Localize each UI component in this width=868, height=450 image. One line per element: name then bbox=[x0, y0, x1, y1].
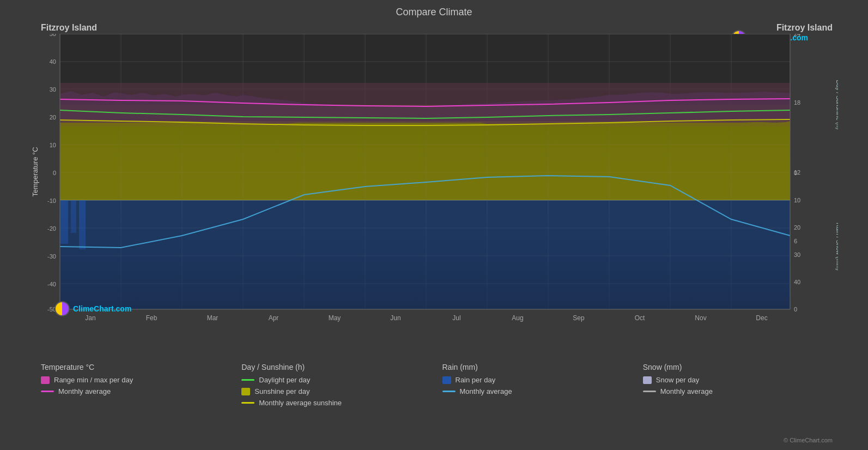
legend-label-sunshine-avg: Monthly average sunshine bbox=[259, 399, 342, 407]
legend-column-temperature: Temperature °C Range min / max per day M… bbox=[33, 357, 233, 445]
svg-text:20: 20 bbox=[794, 224, 800, 231]
svg-text:6: 6 bbox=[794, 238, 797, 244]
svg-text:Dec: Dec bbox=[756, 314, 767, 322]
legend-label-snow-day: Snow per day bbox=[656, 376, 700, 384]
svg-text:18: 18 bbox=[794, 99, 800, 106]
svg-text:50: 50 bbox=[50, 34, 56, 37]
legend-label-temp-avg: Monthly average bbox=[58, 387, 111, 395]
legend-swatch-snow-avg bbox=[643, 391, 656, 392]
svg-text:0: 0 bbox=[794, 170, 797, 176]
svg-text:Apr: Apr bbox=[269, 314, 279, 322]
legend-swatch-sunshine-avg bbox=[241, 402, 254, 404]
legend-title-sunshine: Day / Sunshine (h) bbox=[241, 363, 426, 371]
legend-swatch-temp-avg bbox=[41, 391, 54, 392]
svg-rect-32 bbox=[60, 200, 790, 309]
svg-text:-30: -30 bbox=[47, 253, 56, 260]
legend-swatch-sunshine bbox=[241, 388, 250, 395]
svg-text:Temperature °C: Temperature °C bbox=[31, 147, 39, 196]
legend-swatch-daylight bbox=[241, 379, 254, 381]
climechart-logo-bottom: ClimeChart.com bbox=[54, 301, 131, 316]
legend-item-sunshine: Sunshine per day bbox=[241, 387, 426, 395]
svg-text:30: 30 bbox=[794, 251, 800, 258]
svg-text:Rain / Snow (mm): Rain / Snow (mm) bbox=[835, 223, 838, 271]
svg-text:-20: -20 bbox=[47, 225, 56, 232]
svg-rect-33 bbox=[60, 121, 790, 200]
legend-item-snow-avg: Monthly average bbox=[643, 387, 827, 395]
svg-text:Oct: Oct bbox=[635, 314, 645, 322]
legend-swatch-snow-day bbox=[643, 376, 652, 384]
legend-item-sunshine-avg: Monthly average sunshine bbox=[241, 399, 426, 407]
svg-text:Sep: Sep bbox=[573, 314, 585, 322]
svg-text:Mar: Mar bbox=[207, 314, 218, 322]
logo-text-bottom: ClimeChart.com bbox=[73, 304, 131, 313]
svg-text:-40: -40 bbox=[47, 281, 56, 287]
legend-column-snow: Snow (mm) Snow per day Monthly average bbox=[635, 357, 835, 445]
legend-label-rain-day: Rain per day bbox=[456, 376, 496, 384]
svg-text:Day / Sunshine (h): Day / Sunshine (h) bbox=[835, 80, 838, 129]
main-chart: 50 40 30 20 10 0 -10 -20 -30 -40 -50 24 … bbox=[30, 34, 838, 339]
legend-label-sunshine: Sunshine per day bbox=[254, 387, 309, 395]
svg-text:20: 20 bbox=[50, 114, 56, 121]
svg-text:Nov: Nov bbox=[695, 314, 706, 322]
logo-icon-bottom bbox=[54, 301, 70, 316]
svg-text:40: 40 bbox=[794, 279, 800, 285]
legend-item-rain-day: Rain per day bbox=[442, 376, 627, 384]
legend-swatch-rain-avg bbox=[442, 391, 456, 392]
svg-text:0: 0 bbox=[794, 306, 797, 313]
legend-title-snow: Snow (mm) bbox=[643, 363, 827, 371]
legend-column-sunshine: Day / Sunshine (h) Daylight per day Suns… bbox=[233, 357, 434, 445]
legend-label-rain-avg: Monthly average bbox=[460, 387, 512, 395]
svg-text:-10: -10 bbox=[47, 197, 56, 204]
svg-text:May: May bbox=[329, 314, 341, 322]
legend-item-temp-range: Range min / max per day bbox=[41, 376, 225, 384]
legend-label-temp-range: Range min / max per day bbox=[54, 376, 133, 384]
legend-label-daylight: Daylight per day bbox=[259, 376, 310, 384]
svg-text:0: 0 bbox=[53, 170, 56, 176]
page-title: Compare Climate bbox=[0, 0, 868, 18]
svg-text:10: 10 bbox=[50, 142, 56, 148]
copyright: © ClimeChart.com bbox=[784, 437, 833, 443]
svg-text:10: 10 bbox=[794, 197, 800, 203]
legend-title-temperature: Temperature °C bbox=[41, 363, 225, 371]
legend-column-rain: Rain (mm) Rain per day Monthly average bbox=[434, 357, 635, 445]
legend-item-rain-avg: Monthly average bbox=[442, 387, 627, 395]
legend-title-rain: Rain (mm) bbox=[442, 363, 627, 371]
svg-text:Jun: Jun bbox=[390, 314, 400, 322]
svg-text:24: 24 bbox=[794, 34, 800, 37]
legend-item-snow-day: Snow per day bbox=[643, 376, 827, 384]
svg-text:30: 30 bbox=[50, 86, 56, 93]
svg-text:Feb: Feb bbox=[146, 314, 157, 322]
svg-text:40: 40 bbox=[50, 58, 56, 65]
location-left: Fitzroy Island bbox=[41, 23, 97, 33]
page-container: Compare Climate Fitzroy Island Fitzroy I… bbox=[0, 0, 868, 450]
legend-label-snow-avg: Monthly average bbox=[660, 387, 713, 395]
legend-area: Temperature °C Range min / max per day M… bbox=[33, 357, 835, 445]
legend-swatch-rain-day bbox=[442, 376, 451, 384]
svg-text:Jul: Jul bbox=[452, 314, 460, 322]
legend-item-temp-avg: Monthly average bbox=[41, 387, 225, 395]
legend-item-daylight: Daylight per day bbox=[241, 376, 426, 384]
legend-swatch-temp-range bbox=[41, 376, 50, 384]
svg-text:Aug: Aug bbox=[512, 314, 523, 322]
